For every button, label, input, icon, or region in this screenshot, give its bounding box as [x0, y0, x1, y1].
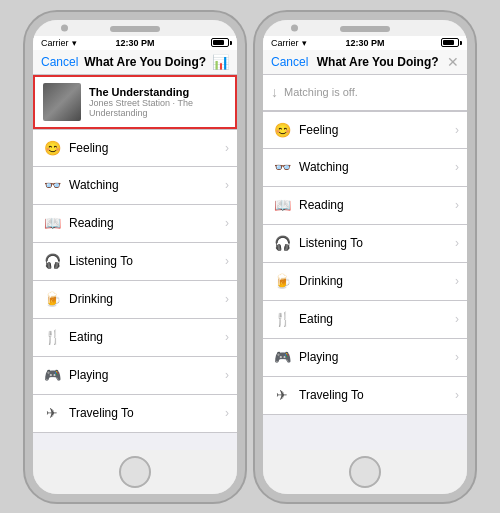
status-time-right: 12:30 PM — [345, 38, 384, 48]
song-artwork — [43, 83, 81, 121]
chevron-icon: › — [455, 388, 459, 402]
list-item[interactable]: 🍴 Eating › — [33, 319, 237, 357]
chevron-icon: › — [455, 198, 459, 212]
chevron-icon: › — [455, 312, 459, 326]
drinking-icon: 🍺 — [41, 288, 63, 310]
listening-icon-r: 🎧 — [271, 232, 293, 254]
list-item[interactable]: 🍺 Drinking › — [263, 263, 467, 301]
chevron-icon: › — [225, 368, 229, 382]
battery-icon — [211, 38, 229, 47]
nav-title-right: What Are You Doing? — [317, 55, 439, 69]
watching-label: Watching — [69, 178, 225, 192]
chevron-icon: › — [225, 292, 229, 306]
reading-icon: 📖 — [41, 212, 63, 234]
watching-icon: 👓 — [41, 174, 63, 196]
chevron-icon: › — [225, 216, 229, 230]
status-time: 12:30 PM — [115, 38, 154, 48]
home-button-right[interactable] — [349, 456, 381, 488]
listening-icon: 🎧 — [41, 250, 63, 272]
list-item[interactable]: 📖 Reading › — [263, 187, 467, 225]
song-subtitle: Jones Street Station · The Understanding — [89, 98, 227, 118]
battery-fill — [213, 40, 224, 45]
list-item[interactable]: 🎮 Playing › — [263, 339, 467, 377]
list-item[interactable]: 🎧 Listening To › — [33, 243, 237, 281]
phone-bottom-right — [263, 450, 467, 494]
chevron-icon: › — [225, 330, 229, 344]
nav-title-left: What Are You Doing? — [84, 55, 206, 69]
list-item[interactable]: 📖 Reading › — [33, 205, 237, 243]
phone-bottom-left — [33, 450, 237, 494]
activity-list-left: 😊 Feeling › 👓 Watching › 📖 Reading › 🎧 L… — [33, 129, 237, 450]
watching-label-r: Watching — [299, 160, 455, 174]
eating-icon: 🍴 — [41, 326, 63, 348]
reading-label: Reading — [69, 216, 225, 230]
matching-off-row: ↓ Matching is off. — [263, 75, 467, 111]
phone-speaker-right — [340, 26, 390, 32]
nav-bar-left: Cancel What Are You Doing? 📊 — [33, 50, 237, 75]
list-item[interactable]: ✈ Traveling To › — [263, 377, 467, 415]
reading-label-r: Reading — [299, 198, 455, 212]
chevron-icon: › — [455, 160, 459, 174]
traveling-label-r: Traveling To — [299, 388, 455, 402]
watching-icon-r: 👓 — [271, 156, 293, 178]
chevron-icon: › — [225, 141, 229, 155]
eating-icon-r: 🍴 — [271, 308, 293, 330]
list-item[interactable]: 🍴 Eating › — [263, 301, 467, 339]
battery-fill-right — [443, 40, 454, 45]
song-title: The Understanding — [89, 86, 227, 98]
song-info: The Understanding Jones Street Station ·… — [89, 86, 227, 118]
list-item[interactable]: 👓 Watching › — [33, 167, 237, 205]
chevron-icon: › — [455, 236, 459, 250]
drinking-label-r: Drinking — [299, 274, 455, 288]
playing-icon: 🎮 — [41, 364, 63, 386]
feeling-label-r: Feeling — [299, 123, 455, 137]
phone-right: Carrier ▾ 12:30 PM Cancel What Are You D… — [255, 12, 475, 502]
listening-label-r: Listening To — [299, 236, 455, 250]
feeling-icon: 😊 — [41, 137, 63, 159]
chevron-icon: › — [225, 406, 229, 420]
playing-label-r: Playing — [299, 350, 455, 364]
list-item[interactable]: 😊 Feeling › — [263, 111, 467, 149]
phone-camera — [61, 24, 68, 31]
song-artwork-inner — [43, 83, 81, 121]
list-item[interactable]: 🎧 Listening To › — [263, 225, 467, 263]
carrier-text: Carrier — [41, 38, 69, 48]
traveling-label: Traveling To — [69, 406, 225, 420]
battery-icon-right — [441, 38, 459, 47]
playing-label: Playing — [69, 368, 225, 382]
listening-label: Listening To — [69, 254, 225, 268]
traveling-icon: ✈ — [41, 402, 63, 424]
cancel-button-right[interactable]: Cancel — [271, 55, 308, 69]
feeling-label: Feeling — [69, 141, 225, 155]
home-button-left[interactable] — [119, 456, 151, 488]
close-icon-right: ✕ — [447, 54, 459, 70]
chevron-icon: › — [455, 350, 459, 364]
nav-bar-right: Cancel What Are You Doing? ✕ — [263, 50, 467, 75]
drinking-label: Drinking — [69, 292, 225, 306]
phone-screen-left: Carrier ▾ 12:30 PM Cancel What Are You D… — [33, 36, 237, 450]
eating-label: Eating — [69, 330, 225, 344]
carrier-text-right: Carrier — [271, 38, 299, 48]
activity-list-right: 😊 Feeling › 👓 Watching › 📖 Reading › 🎧 L… — [263, 111, 467, 450]
list-item[interactable]: ✈ Traveling To › — [33, 395, 237, 433]
song-card[interactable]: The Understanding Jones Street Station ·… — [33, 75, 237, 129]
list-item[interactable]: 👓 Watching › — [263, 149, 467, 187]
eating-label-r: Eating — [299, 312, 455, 326]
activity-icon-left: 📊 — [212, 54, 229, 70]
phone-left: Carrier ▾ 12:30 PM Cancel What Are You D… — [25, 12, 245, 502]
list-item[interactable]: 🎮 Playing › — [33, 357, 237, 395]
list-item[interactable]: 🍺 Drinking › — [33, 281, 237, 319]
drinking-icon-r: 🍺 — [271, 270, 293, 292]
wifi-icon-right: ▾ — [302, 38, 307, 48]
matching-arrow-icon: ↓ — [271, 84, 278, 100]
list-item[interactable]: 😊 Feeling › — [33, 129, 237, 167]
cancel-button-left[interactable]: Cancel — [41, 55, 78, 69]
playing-icon-r: 🎮 — [271, 346, 293, 368]
chevron-icon: › — [455, 123, 459, 137]
phone-top-bar-right — [263, 20, 467, 36]
reading-icon-r: 📖 — [271, 194, 293, 216]
phone-camera-right — [291, 24, 298, 31]
chevron-icon: › — [225, 178, 229, 192]
status-bar-right: Carrier ▾ 12:30 PM — [263, 36, 467, 50]
matching-off-text: Matching is off. — [284, 86, 358, 98]
